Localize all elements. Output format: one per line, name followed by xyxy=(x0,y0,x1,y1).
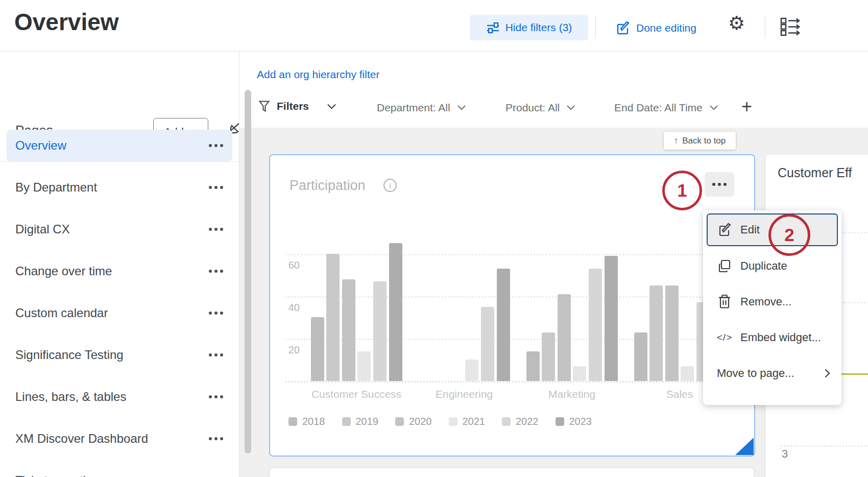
widget-resize-handle[interactable] xyxy=(735,438,754,455)
page-options-icon[interactable] xyxy=(209,186,223,189)
hide-filters-button[interactable]: Hide filters (3) xyxy=(470,15,588,40)
menu-item-embed-widget[interactable]: </>Embed widget... xyxy=(703,320,841,355)
gear-icon[interactable]: ⚙ xyxy=(728,12,745,34)
sidebar-divider xyxy=(0,161,239,162)
chevron-right-icon xyxy=(825,369,830,378)
add-org-hierarchy-filter-link[interactable]: Add an org hierarchy filter xyxy=(257,68,379,81)
x-axis-baseline xyxy=(285,381,746,383)
gridline xyxy=(285,254,746,255)
dot xyxy=(214,270,218,273)
sidebar-item-label: XM Discover Dashboard xyxy=(15,432,148,446)
legend-label: 2021 xyxy=(463,416,486,427)
page-options-icon[interactable] xyxy=(209,395,223,398)
chevron-down-icon xyxy=(457,105,466,110)
dot xyxy=(214,228,218,231)
annotation-step-2: 2 xyxy=(768,214,810,256)
sidebar-item-custom-calendar[interactable]: Custom calendar xyxy=(7,297,232,329)
export-pages-icon[interactable] xyxy=(780,17,802,36)
next-widget-card[interactable] xyxy=(269,467,754,477)
category-label-customer-success: Customer Success xyxy=(295,388,418,400)
category-label-engineering: Engineering xyxy=(403,388,525,400)
duplicate-icon xyxy=(717,258,732,274)
sidebar-item-label: Overview xyxy=(15,138,66,153)
bar-2019-customer-success xyxy=(326,254,340,381)
bar-2021-sales xyxy=(681,366,694,381)
legend-item-2019[interactable]: 2019 xyxy=(342,416,379,427)
dot xyxy=(220,228,223,231)
dot xyxy=(214,312,218,315)
annotation-number: 1 xyxy=(677,180,687,201)
page-options-icon[interactable] xyxy=(209,312,223,315)
page-options-icon[interactable] xyxy=(209,228,223,231)
page-options-icon[interactable] xyxy=(209,437,223,440)
sidebar-item-label: Ticket reporting xyxy=(15,473,100,477)
legend-item-2023[interactable]: 2023 xyxy=(556,416,592,427)
sidebar-item-overview[interactable]: Overview xyxy=(7,130,232,161)
sidebar-item-by-department[interactable]: By Department xyxy=(7,172,232,203)
sidebar-item-label: Lines, bars, & tables xyxy=(15,390,126,404)
legend-label: 2023 xyxy=(569,416,592,427)
sidebar-item-ticket-reporting[interactable]: Ticket reporting xyxy=(7,465,232,477)
legend-label: 2020 xyxy=(409,416,432,427)
menu-item-move-to-page[interactable]: Move to page... xyxy=(703,355,841,391)
bar-2020-marketing xyxy=(558,294,571,381)
vertical-scrollbar[interactable] xyxy=(245,90,251,454)
bar-2018-customer-success xyxy=(311,317,324,381)
filter-chip-label: Product: All xyxy=(505,102,560,114)
sidebar-item-lines-bars-tables[interactable]: Lines, bars, & tables xyxy=(7,381,232,413)
category-label-marketing: Marketing xyxy=(511,388,633,400)
legend-swatch xyxy=(449,417,457,426)
page-options-icon[interactable] xyxy=(209,270,223,273)
filter-chip-department[interactable]: Department: All xyxy=(377,102,466,114)
y-axis-tick-label: 20 xyxy=(274,344,300,356)
page-options-icon[interactable] xyxy=(209,353,223,356)
menu-item-duplicate[interactable]: Duplicate xyxy=(703,248,841,284)
done-editing-button[interactable]: Done editing xyxy=(615,18,696,38)
dot xyxy=(214,437,218,440)
bar-2020-customer-success xyxy=(342,279,355,381)
trash-icon xyxy=(717,294,732,309)
bar-2018-marketing xyxy=(526,351,540,381)
legend-label: 2018 xyxy=(302,416,325,427)
menu-item-label: Duplicate xyxy=(740,259,787,273)
legend-swatch xyxy=(502,417,511,426)
header-divider xyxy=(765,16,765,38)
sidebar-item-change-over-time[interactable]: Change over time xyxy=(7,255,232,287)
dot xyxy=(214,395,218,398)
page-options-icon[interactable] xyxy=(209,144,223,147)
dot xyxy=(220,186,223,189)
bar-2019-sales xyxy=(649,285,663,381)
header-divider xyxy=(595,16,596,38)
dot xyxy=(214,186,218,189)
sidebar-item-xm-discover-dashboard[interactable]: XM Discover Dashboard xyxy=(7,423,232,455)
widget-title: Customer Eff xyxy=(778,165,852,180)
filter-chip-product[interactable]: Product: All xyxy=(505,102,575,114)
bar-2020-sales xyxy=(665,285,679,381)
bar-2022-customer-success xyxy=(373,281,387,381)
dot xyxy=(220,395,223,398)
chevron-down-icon xyxy=(567,105,575,110)
sidebar-item-digital-cx[interactable]: Digital CX xyxy=(7,213,232,245)
sidebar-item-label: Change over time xyxy=(15,264,112,278)
y-axis-tick-label: 60 xyxy=(274,259,300,271)
legend-swatch xyxy=(395,417,404,426)
dot xyxy=(209,186,212,189)
edit-pencil-icon xyxy=(615,20,631,36)
menu-item-remove[interactable]: Remove... xyxy=(703,284,841,320)
dot xyxy=(209,437,212,440)
menu-item-label: Embed widget... xyxy=(740,331,821,344)
filter-chip-end-date[interactable]: End Date: All Time xyxy=(614,102,718,114)
add-filter-plus-icon[interactable]: + xyxy=(741,96,752,117)
legend-item-2020[interactable]: 2020 xyxy=(395,416,432,427)
legend-item-2021[interactable]: 2021 xyxy=(449,416,486,427)
gridline xyxy=(781,445,868,447)
legend-item-2022[interactable]: 2022 xyxy=(502,416,539,427)
dot xyxy=(214,144,218,147)
back-to-top-button[interactable]: ↑ Back to top xyxy=(664,132,736,150)
filters-toggle[interactable]: Filters xyxy=(259,100,336,112)
legend-item-2018[interactable]: 2018 xyxy=(288,416,325,427)
sidebar-item-significance-testing[interactable]: Significance Testing xyxy=(7,339,232,371)
code-icon: </> xyxy=(717,330,732,345)
dot xyxy=(209,228,212,231)
bar-2023-marketing xyxy=(605,256,618,381)
